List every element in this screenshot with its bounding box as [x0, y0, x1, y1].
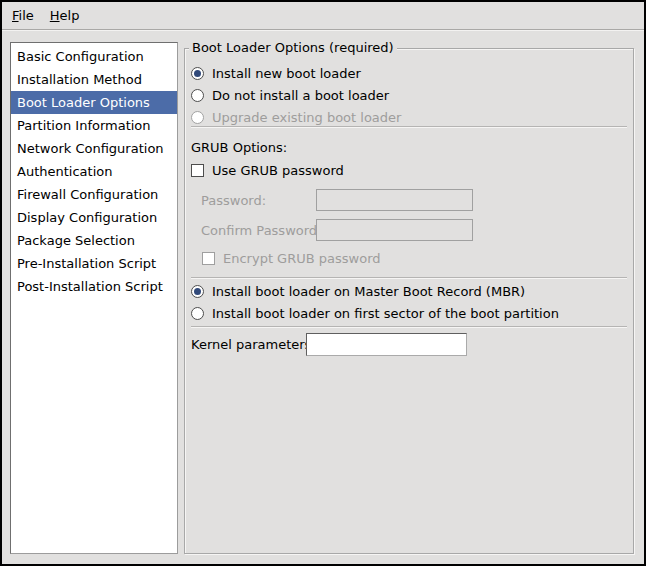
- checkbox-use-grub-password[interactable]: Use GRUB password: [191, 160, 344, 180]
- sidebar-item-firewall-configuration[interactable]: Firewall Configuration: [11, 183, 177, 206]
- confirm-password-input: [316, 219, 473, 241]
- radio-upgrade-existing-boot-loader-label: Upgrade existing boot loader: [212, 110, 401, 125]
- separator: [191, 126, 627, 128]
- sidebar-item-partition-information[interactable]: Partition Information: [11, 114, 177, 137]
- sidebar-item-display-configuration[interactable]: Display Configuration: [11, 206, 177, 229]
- password-row: Password:: [201, 189, 266, 211]
- radio-selected-icon: [191, 285, 204, 298]
- separator: [191, 326, 627, 328]
- radio-unselected-icon: [191, 89, 204, 102]
- sidebar-item-post-installation-script[interactable]: Post-Installation Script: [11, 275, 177, 298]
- sidebar-item-installation-method[interactable]: Installation Method: [11, 68, 177, 91]
- frame-title: Boot Loader Options (required): [189, 40, 397, 55]
- checkbox-use-grub-password-label: Use GRUB password: [212, 163, 344, 178]
- radio-install-new-boot-loader-label: Install new boot loader: [212, 66, 361, 81]
- radio-install-on-first-sector[interactable]: Install boot loader on first sector of t…: [191, 303, 559, 323]
- kernel-parameters-row: Kernel parameters:: [191, 333, 316, 356]
- sidebar-category-list: Basic Configuration Installation Method …: [10, 42, 178, 554]
- radio-unselected-icon: [191, 307, 204, 320]
- radio-install-new-boot-loader[interactable]: Install new boot loader: [191, 63, 361, 83]
- checkbox-unchecked-icon: [191, 164, 204, 177]
- password-label: Password:: [201, 193, 266, 208]
- menu-help-label: Help: [50, 8, 80, 23]
- checkbox-disabled-icon: [202, 252, 215, 265]
- menu-help[interactable]: Help: [42, 2, 88, 29]
- sidebar-item-network-configuration[interactable]: Network Configuration: [11, 137, 177, 160]
- radio-upgrade-existing-boot-loader: Upgrade existing boot loader: [191, 107, 401, 127]
- grub-options-section-label: GRUB Options:: [191, 138, 287, 156]
- confirm-password-row: Confirm Password:: [201, 219, 321, 241]
- boot-loader-options-frame: Boot Loader Options (required) Install n…: [184, 48, 634, 554]
- checkbox-encrypt-grub-password-label: Encrypt GRUB password: [223, 251, 381, 266]
- radio-install-on-mbr-label: Install boot loader on Master Boot Recor…: [212, 284, 525, 299]
- radio-install-on-first-sector-label: Install boot loader on first sector of t…: [212, 306, 559, 321]
- radio-do-not-install-boot-loader[interactable]: Do not install a boot loader: [191, 85, 389, 105]
- separator: [191, 277, 627, 279]
- sidebar-item-basic-configuration[interactable]: Basic Configuration: [11, 45, 177, 68]
- menu-file[interactable]: File: [4, 2, 42, 29]
- confirm-password-label: Confirm Password:: [201, 223, 321, 238]
- sidebar-item-authentication[interactable]: Authentication: [11, 160, 177, 183]
- menubar: File Help: [2, 2, 644, 30]
- kickstart-configurator-window: { "menubar": { "items": [ { "label": "Fi…: [0, 0, 646, 566]
- password-input: [316, 189, 473, 211]
- checkbox-encrypt-grub-password: Encrypt GRUB password: [202, 248, 381, 268]
- radio-install-on-mbr[interactable]: Install boot loader on Master Boot Recor…: [191, 281, 525, 301]
- kernel-parameters-label: Kernel parameters:: [191, 337, 316, 352]
- radio-selected-icon: [191, 67, 204, 80]
- radio-do-not-install-boot-loader-label: Do not install a boot loader: [212, 88, 389, 103]
- kernel-parameters-input[interactable]: [306, 333, 467, 356]
- sidebar-item-boot-loader-options[interactable]: Boot Loader Options: [11, 91, 177, 114]
- sidebar-item-package-selection[interactable]: Package Selection: [11, 229, 177, 252]
- radio-disabled-icon: [191, 111, 204, 124]
- sidebar-item-pre-installation-script[interactable]: Pre-Installation Script: [11, 252, 177, 275]
- menu-file-label: File: [12, 8, 34, 23]
